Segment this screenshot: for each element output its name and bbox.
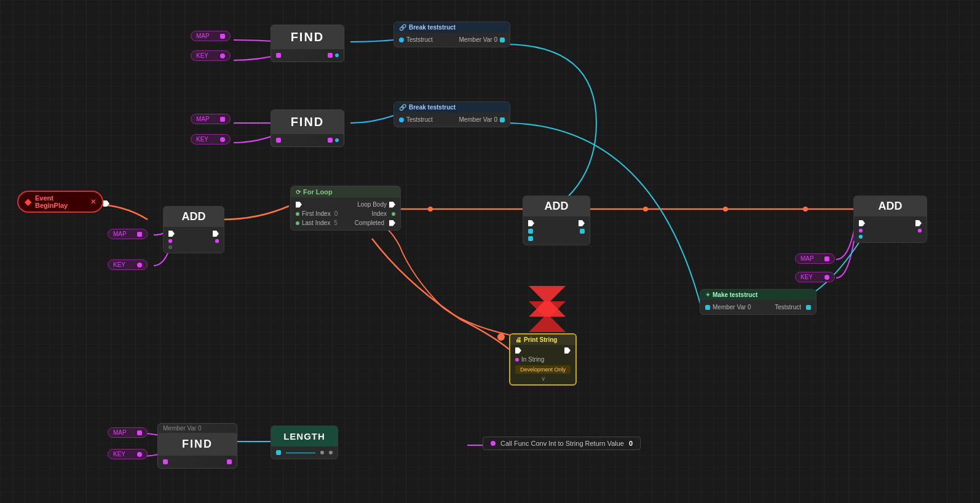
svg-point-1 [643,207,648,212]
key-input-bottom: KEY [108,449,148,459]
print-string-label: Print String [524,336,557,343]
key-input-right: KEY [795,272,835,282]
event-label: Event BeginPlay [35,194,87,209]
for-loop-node: ⟳ For Loop Loop Body First Index 0 Index… [290,186,401,231]
svg-point-4 [497,333,505,341]
event-begin-play-node: ◆ Event BeginPlay ✕ [17,191,103,213]
map-label-top: MAP [196,33,210,39]
map-input-top: MAP [191,31,231,41]
tooltip-value: 0 [629,440,633,447]
for-loop-label: For Loop [303,188,333,196]
map-input-right: MAP [795,253,835,264]
break-teststruct-top: 🔗 Break teststruct Teststruct Member Var… [393,22,510,47]
map-input-bottom: MAP [108,427,148,438]
map-label-mid: MAP [196,116,210,122]
map-input-mid: MAP [191,114,231,124]
break-mid-label: Break teststruct [409,104,456,111]
wire-canvas [0,0,980,503]
key-label-mid: KEY [196,136,208,143]
find-title-top: FIND [271,25,344,49]
break-teststruct-mid: 🔗 Break teststruct Teststruct Member Var… [393,101,510,127]
print-string-node: 🖨 Print String In String Development Onl… [509,333,577,386]
add-center-title: ADD [523,196,590,216]
find-node-top: FIND [271,25,344,62]
add-node-left: ADD [163,206,224,253]
key-input-main: KEY [108,259,148,270]
key-label-top: KEY [196,52,208,59]
svg-marker-7 [529,286,566,317]
svg-point-2 [723,207,728,212]
add-left-title: ADD [164,207,224,227]
tooltip-bar: Call Func Conv Int to String Return Valu… [483,437,641,450]
make-teststruct-label: Make teststruct [713,291,757,298]
map-input-main: MAP [108,229,148,239]
diamond-icon: ◆ [25,197,31,207]
break-top-label: Break teststruct [409,24,456,31]
add-right-title: ADD [854,196,927,216]
development-only-badge: Development Only [515,365,571,374]
svg-point-3 [803,207,808,212]
find-title-bottom: FIND [158,433,237,456]
svg-marker-6 [529,301,566,332]
tooltip-text: Call Func Conv Int to String Return Valu… [500,440,624,447]
add-node-right: ADD [853,196,927,243]
find-node-bottom: Member Var 0 FIND [157,423,237,469]
find-title-mid: FIND [271,110,344,134]
length-title: LENGTH [271,426,338,446]
svg-point-0 [428,207,433,212]
add-node-center: ADD [523,196,590,245]
event-exec-pin [103,200,109,207]
key-input-mid: KEY [191,134,231,145]
key-input-top: KEY [191,50,231,61]
find-node-mid: FIND [271,109,344,147]
length-node: LENGTH [271,426,338,459]
make-teststruct-node: ✦ Make teststruct Member Var 0 Teststruc… [700,289,816,315]
close-icon: ✕ [90,198,96,206]
